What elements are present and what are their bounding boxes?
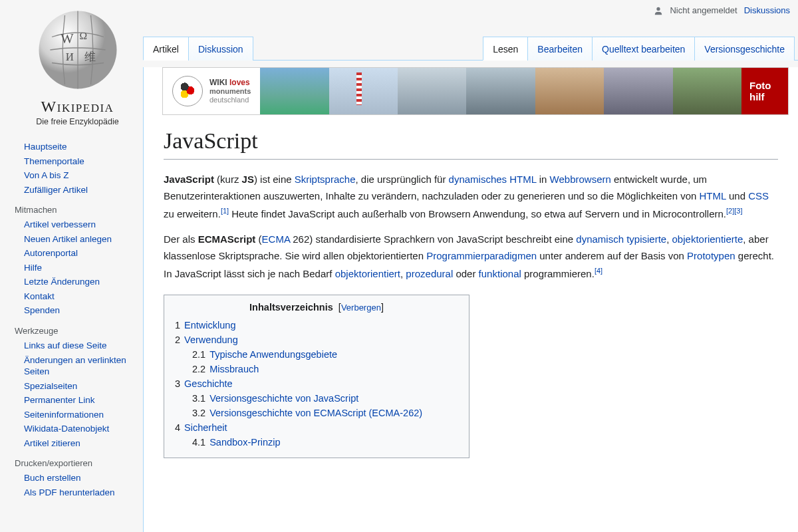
nav-link[interactable]: Seiteninformationen	[24, 410, 104, 420]
txt: ,	[666, 233, 672, 245]
notice-l3: deutschland	[209, 96, 251, 104]
toc-number: 1	[175, 320, 180, 331]
nav-link[interactable]: Änderungen an verlinkten Seiten	[24, 355, 126, 377]
toc-item: 3.2Versionsgeschichte von ECMAScript (EC…	[175, 406, 458, 420]
toc-item: 2.2Missbrauch	[175, 362, 458, 376]
nav-link[interactable]: Hilfe	[24, 263, 42, 273]
link-funktional[interactable]: funktional	[479, 268, 521, 279]
toc-number: 4.1	[192, 437, 205, 448]
nav-link[interactable]: Buch erstellen	[24, 473, 81, 483]
toc-link[interactable]: Typische Anwendungsgebiete	[209, 349, 337, 360]
nav-link[interactable]: Artikel zitieren	[24, 438, 80, 448]
page-title: JavaScript	[164, 128, 778, 160]
nav-heading-mitmachen: Mitmachen	[15, 205, 142, 215]
toc-link[interactable]: Versionsgeschichte von JavaScript	[209, 393, 358, 404]
toc-link[interactable]: Geschichte	[184, 378, 233, 389]
wikipedia-globe-icon: W Ω И 维	[35, 7, 121, 93]
nav-link[interactable]: Themenportale	[24, 156, 84, 166]
link-html[interactable]: HTML	[700, 190, 726, 201]
link-objektorientiert[interactable]: objektorientiert	[335, 268, 400, 279]
nav-link[interactable]: Letzte Änderungen	[24, 277, 100, 287]
nav-link[interactable]: Kontakt	[24, 291, 55, 301]
toc-link[interactable]: Entwicklung	[184, 320, 235, 331]
nav-link[interactable]: Wikidata-Datenobjekt	[24, 424, 109, 434]
svg-text:И: И	[65, 51, 73, 63]
nav-link[interactable]: Hauptseite	[24, 142, 67, 152]
toc-link[interactable]: Sicherheit	[184, 422, 227, 433]
link-prozedural[interactable]: prozedural	[406, 268, 453, 279]
nav-link[interactable]: Spenden	[24, 305, 60, 315]
tab-diskussion[interactable]: Diskussion	[188, 37, 253, 61]
notice-cta-l1: Foto	[749, 80, 771, 91]
tab-bearbeiten[interactable]: Bearbeiten	[527, 37, 593, 61]
nav-link[interactable]: Links auf diese Seite	[24, 340, 107, 350]
toc-number: 2	[175, 334, 180, 345]
link-programmierparadigmen[interactable]: Programmierparadigmen	[426, 250, 537, 261]
logo-tagline: Die freie Enzyklopädie	[13, 117, 142, 126]
notice-l1b: loves	[229, 78, 250, 87]
nav-link[interactable]: Spezialseiten	[24, 381, 77, 391]
txt: in	[537, 174, 550, 185]
nav-link[interactable]: Neuen Artikel anlegen	[24, 234, 112, 244]
svg-text:Ω: Ω	[79, 30, 87, 41]
notice-cta[interactable]: Foto hilf	[741, 68, 788, 114]
ref-3[interactable]: [3]	[734, 207, 742, 215]
notice-text: WIKI loves monuments deutschland	[209, 78, 251, 105]
logo[interactable]: W Ω И 维 Wikipedia Die freie Enzyklopädie	[13, 7, 142, 126]
logo-wordmark: Wikipedia	[13, 98, 142, 116]
txt: (	[255, 233, 261, 245]
link-css[interactable]: CSS	[748, 190, 769, 201]
notice-l2: monuments	[209, 87, 251, 96]
link-ecma[interactable]: ECMA	[262, 233, 291, 245]
ref-1[interactable]: [1]	[221, 207, 229, 215]
ref-2[interactable]: [2]	[726, 207, 734, 215]
svg-text:维: 维	[84, 51, 96, 63]
toc-link[interactable]: Verwendung	[184, 334, 238, 345]
txt: ) ist eine	[254, 174, 295, 185]
toc-item: 2Verwendung	[175, 332, 458, 347]
link-prototypen[interactable]: Prototypen	[687, 250, 735, 261]
link-webbrowser[interactable]: Webbrowsern	[550, 174, 611, 185]
nav-link[interactable]: Permanenter Link	[24, 395, 95, 405]
toc-item: 3.1Versionsgeschichte von JavaScript	[175, 391, 458, 406]
not-logged-in-label: Nicht angemeldet	[670, 5, 737, 15]
link-skriptsprache[interactable]: Skriptsprache	[295, 174, 356, 185]
nav-link[interactable]: Artikel verbessern	[24, 219, 96, 229]
toc-link[interactable]: Missbrauch	[209, 364, 259, 374]
ref-4[interactable]: [4]	[595, 267, 602, 275]
tabs-right: LesenBearbeitenQuelltext bearbeitenVersi…	[483, 36, 794, 60]
content: WIKI loves monuments deutschland Foto	[143, 67, 798, 532]
tabs-row: ArtikelDiskussion LesenBearbeitenQuellte…	[143, 36, 798, 61]
link-objektorientierte[interactable]: objektorientierte	[672, 233, 743, 245]
toc-hide-link[interactable]: Verbergen	[341, 303, 381, 313]
link-dynamisch[interactable]: dynamisch typisierte	[576, 233, 666, 245]
nav-link[interactable]: Autorenportal	[24, 248, 78, 258]
notice-l1a: WIKI	[209, 78, 227, 87]
link-dhtml[interactable]: dynamisches HTML	[449, 174, 537, 185]
svg-point-5	[657, 7, 660, 10]
notice-images	[260, 68, 741, 114]
nav-drucken: Drucken/exportieren Buch erstellenAls PD…	[13, 458, 142, 499]
txt: ECMAScript	[198, 233, 256, 245]
toc-link[interactable]: Sandbox-Prinzip	[209, 437, 280, 448]
txt: 262) standardisierte Sprachkern von Java…	[290, 233, 576, 245]
tab-quelltext-bearbeiten[interactable]: Quelltext bearbeiten	[592, 37, 695, 61]
tab-lesen[interactable]: Lesen	[483, 37, 528, 61]
nav-link[interactable]: Als PDF herunterladen	[24, 487, 115, 497]
txt: und	[726, 190, 748, 201]
nav-link[interactable]: Zufälliger Artikel	[24, 185, 88, 195]
toc-number: 4	[175, 422, 180, 433]
topbar-talk-link[interactable]: Diskussions	[744, 5, 790, 15]
toc-number: 3.1	[192, 393, 205, 404]
txt: programmieren.	[521, 268, 595, 279]
tab-versionsgeschichte[interactable]: Versionsgeschichte	[694, 37, 795, 61]
toc-number: 2.2	[192, 364, 205, 374]
notice-left: WIKI loves monuments deutschland	[163, 68, 260, 114]
toc-link[interactable]: Versionsgeschichte von ECMAScript (ECMA-…	[209, 408, 422, 418]
nav-link[interactable]: Von A bis Z	[24, 170, 69, 180]
lead-p2: Der als ECMAScript (ECMA 262) standardis…	[164, 231, 778, 282]
notice-banner[interactable]: WIKI loves monuments deutschland Foto	[162, 67, 789, 115]
tab-artikel[interactable]: Artikel	[143, 37, 189, 61]
notice-cta-l2: hilf	[749, 91, 765, 102]
toc-number: 3.2	[192, 408, 205, 418]
